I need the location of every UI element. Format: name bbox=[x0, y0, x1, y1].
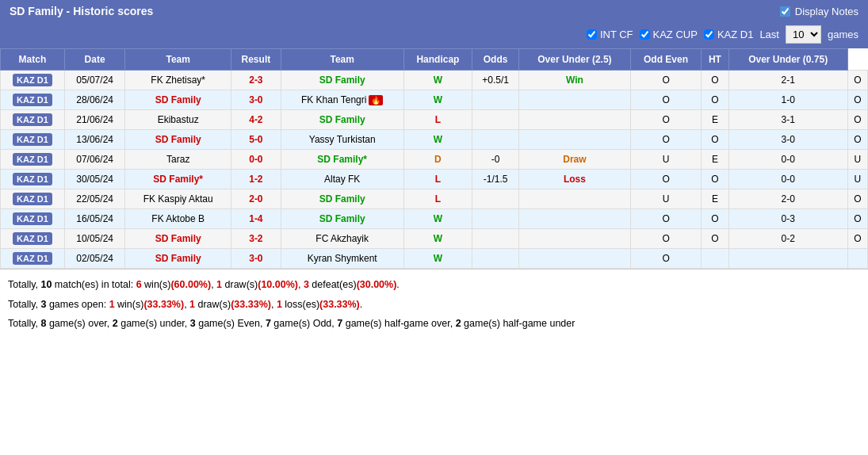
match-score: 4-2 bbox=[231, 110, 281, 130]
over-under-value: O bbox=[630, 170, 701, 189]
table-header-row: Match Date Team Result Team Handicap Odd… bbox=[1, 49, 868, 71]
odd-even-value bbox=[702, 249, 728, 269]
col-over-under-075: Over Under (0.75) bbox=[728, 49, 847, 71]
table-row: KAZ D128/06/24SD Family3-0FK Khan Tengri… bbox=[1, 90, 868, 110]
col-ht: HT bbox=[702, 49, 728, 71]
kaz-d1-label: KAZ D1 bbox=[717, 29, 754, 40]
team1-name: Taraz bbox=[125, 150, 231, 170]
kaz-cup-filter[interactable]: KAZ CUP bbox=[640, 29, 698, 40]
match-date: 16/05/24 bbox=[64, 209, 125, 229]
kaz-d1-checkbox[interactable] bbox=[704, 29, 714, 40]
team2-name: SD Family bbox=[281, 189, 403, 209]
over-under-value: O bbox=[630, 71, 701, 90]
ht-score: 0-0 bbox=[728, 150, 847, 170]
handicap-value: -0 bbox=[472, 150, 519, 170]
odds-value: Draw bbox=[518, 150, 630, 170]
match-badge: KAZ D1 bbox=[1, 150, 65, 170]
table-row: KAZ D105/07/24FK Zhetisay*2-3SD FamilyW+… bbox=[1, 71, 868, 90]
odd-even-value: O bbox=[702, 130, 728, 150]
kaz-cup-checkbox[interactable] bbox=[640, 29, 650, 40]
handicap-value bbox=[472, 130, 519, 150]
summary-line3: Totally, 8 game(s) over, 2 game(s) under… bbox=[8, 315, 860, 333]
match-badge: KAZ D1 bbox=[1, 71, 65, 90]
odds-value: Loss bbox=[518, 170, 630, 189]
match-result: W bbox=[403, 71, 472, 90]
ht-score: 3-0 bbox=[728, 130, 847, 150]
match-date: 28/06/24 bbox=[64, 90, 125, 110]
match-result: L bbox=[403, 110, 472, 130]
int-cf-filter[interactable]: INT CF bbox=[587, 29, 633, 40]
historic-scores-table: Match Date Team Result Team Handicap Odd… bbox=[0, 48, 868, 269]
match-date: 10/05/24 bbox=[64, 229, 125, 249]
team1-name: SD Family bbox=[125, 249, 231, 269]
col-odd-even: Odd Even bbox=[630, 49, 701, 71]
team2-name: FC Akzhayik bbox=[281, 229, 403, 249]
match-date: 21/06/24 bbox=[64, 110, 125, 130]
summary-line2: Totally, 3 games open: 1 win(s)(33.33%),… bbox=[8, 296, 860, 314]
match-date: 30/05/24 bbox=[64, 170, 125, 189]
table-row: KAZ D121/06/24Ekibastuz4-2SD FamilyLOE3-… bbox=[1, 110, 868, 130]
handicap-value bbox=[472, 209, 519, 229]
match-score: 3-0 bbox=[231, 90, 281, 110]
team2-name: Yassy Turkistan bbox=[281, 130, 403, 150]
match-score: 3-0 bbox=[231, 249, 281, 269]
col-over-under-25: Over Under (2.5) bbox=[518, 49, 630, 71]
team1-name: SD Family bbox=[125, 90, 231, 110]
over-under-value: O bbox=[630, 249, 701, 269]
match-date: 07/06/24 bbox=[64, 150, 125, 170]
handicap-value bbox=[472, 229, 519, 249]
table-row: KAZ D130/05/24SD Family*1-2Altay FKL-1/1… bbox=[1, 170, 868, 189]
over-under-value: O bbox=[630, 90, 701, 110]
match-result: W bbox=[403, 130, 472, 150]
handicap-value bbox=[472, 110, 519, 130]
col-date: Date bbox=[64, 49, 125, 71]
table-row: KAZ D122/05/24FK Kaspiy Aktau2-0SD Famil… bbox=[1, 189, 868, 209]
over-under-075-value: O bbox=[847, 130, 867, 150]
table-row: KAZ D110/05/24SD Family3-2FC AkzhayikWOO… bbox=[1, 229, 868, 249]
over-under-075-value bbox=[847, 249, 867, 269]
col-team1: Team bbox=[125, 49, 231, 71]
match-date: 02/05/24 bbox=[64, 249, 125, 269]
kaz-d1-filter[interactable]: KAZ D1 bbox=[704, 29, 754, 40]
match-badge: KAZ D1 bbox=[1, 170, 65, 189]
match-badge: KAZ D1 bbox=[1, 229, 65, 249]
match-badge: KAZ D1 bbox=[1, 209, 65, 229]
team2-name: SD Family bbox=[281, 209, 403, 229]
team2-name: SD Family bbox=[281, 71, 403, 90]
over-under-value: U bbox=[630, 150, 701, 170]
header: SD Family - Historic scores Display Note… bbox=[0, 0, 868, 22]
games-select[interactable]: 10 5 15 20 30 50 bbox=[786, 25, 821, 44]
team1-name: SD Family bbox=[125, 130, 231, 150]
int-cf-label: INT CF bbox=[600, 29, 633, 40]
odd-even-value: E bbox=[702, 110, 728, 130]
page-title: SD Family - Historic scores bbox=[10, 5, 153, 17]
odds-value bbox=[518, 110, 630, 130]
team2-name: SD Family bbox=[281, 110, 403, 130]
over-under-075-value: O bbox=[847, 209, 867, 229]
odd-even-value: E bbox=[702, 150, 728, 170]
display-notes-control[interactable]: Display Notes bbox=[780, 6, 858, 17]
ht-score bbox=[728, 249, 847, 269]
over-under-value: O bbox=[630, 110, 701, 130]
int-cf-checkbox[interactable] bbox=[587, 29, 597, 40]
team1-name: FK Zhetisay* bbox=[125, 71, 231, 90]
match-badge: KAZ D1 bbox=[1, 249, 65, 269]
match-date: 13/06/24 bbox=[64, 130, 125, 150]
filter-bar: INT CF KAZ CUP KAZ D1 Last 10 5 15 20 30… bbox=[0, 22, 868, 48]
odds-value bbox=[518, 130, 630, 150]
team1-name: FK Kaspiy Aktau bbox=[125, 189, 231, 209]
team1-name: Ekibastuz bbox=[125, 110, 231, 130]
over-under-075-value: O bbox=[847, 189, 867, 209]
team2-name: FK Khan Tengri🔥 bbox=[281, 90, 403, 110]
kaz-cup-label: KAZ CUP bbox=[653, 29, 698, 40]
match-result: W bbox=[403, 249, 472, 269]
team2-name: Altay FK bbox=[281, 170, 403, 189]
match-badge: KAZ D1 bbox=[1, 90, 65, 110]
handicap-value bbox=[472, 90, 519, 110]
display-notes-checkbox[interactable] bbox=[780, 6, 790, 17]
match-result: L bbox=[403, 189, 472, 209]
games-label: games bbox=[828, 29, 858, 40]
odds-value bbox=[518, 249, 630, 269]
summary-line1: Totally, 10 match(es) in total: 6 win(s)… bbox=[8, 276, 860, 294]
match-badge: KAZ D1 bbox=[1, 189, 65, 209]
